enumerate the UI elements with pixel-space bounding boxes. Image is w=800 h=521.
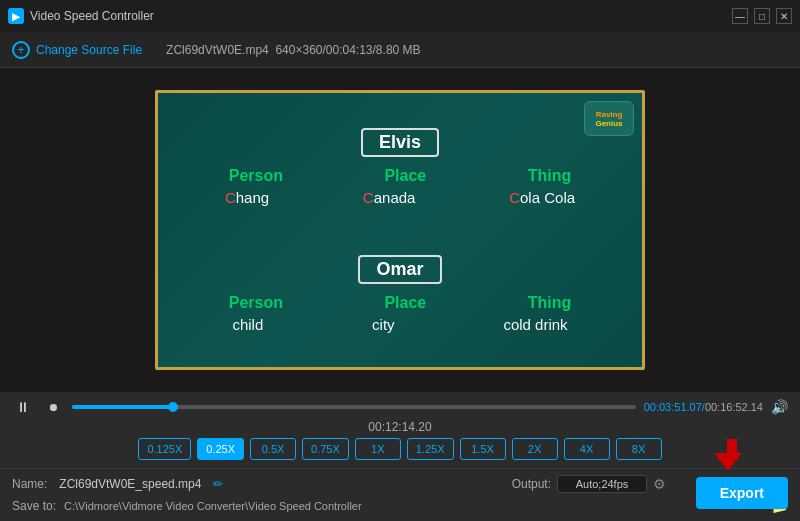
title-bar: ▶ Video Speed Controller — □ ✕ [0,0,800,32]
name-output-row: Name: ZCl69dVtW0E_speed.mp4 ✏ Output: Au… [12,475,788,493]
bottom-area: Name: ZCl69dVtW0E_speed.mp4 ✏ Output: Au… [0,468,800,521]
elvis-category-place: Place [384,167,426,185]
output-value: Auto;24fps [557,475,647,493]
omar-categories-row: Person Place Thing [178,294,622,312]
settings-icon[interactable]: ⚙ [653,476,666,492]
speed-8x-button[interactable]: 8X [616,438,662,460]
omar-answer-thing: cold drink [503,316,567,333]
video-container: Raving Genius Elvis Person Place Thing C… [0,68,800,392]
progress-bar[interactable] [72,405,636,409]
omar-answers-row: child city cold drink [178,316,622,333]
volume-icon[interactable]: 🔊 [771,399,788,415]
edit-icon[interactable]: ✏ [213,477,223,491]
speed-025x-button[interactable]: 0.25X [197,438,244,460]
omar-category-person: Person [229,294,283,312]
speed-125x-button[interactable]: 1.25X [407,438,454,460]
speed-0125x-button[interactable]: 0.125X [138,438,191,460]
speed-075x-button[interactable]: 0.75X [302,438,349,460]
output-box: Output: Auto;24fps ⚙ [512,475,666,493]
progress-thumb[interactable] [168,402,178,412]
controls-area: ⏸ ⏺ 00:03:51.07/00:16:52.14 🔊 00:12:14.2… [0,392,800,468]
omar-answer-place: city [372,316,395,333]
progress-fill [72,405,173,409]
speed-buttons-row: 0.125X 0.25X 0.5X 0.75X 1X 1.25X 1.5X 2X… [12,438,788,460]
close-button[interactable]: ✕ [776,8,792,24]
elvis-section: Elvis Person Place Thing Chang Canada Co… [178,128,622,206]
change-source-label: Change Source File [36,43,142,57]
raving-genius-logo: Raving Genius [584,101,634,136]
title-left: ▶ Video Speed Controller [8,8,154,24]
omar-category-thing: Thing [528,294,572,312]
elvis-answers-row: Chang Canada Cola Cola [178,189,622,206]
speed-15x-button[interactable]: 1.5X [460,438,506,460]
time-display: 00:03:51.07/00:16:52.14 [644,401,763,413]
video-frame: Raving Genius Elvis Person Place Thing C… [155,90,645,370]
progress-row: ⏸ ⏺ 00:03:51.07/00:16:52.14 🔊 [12,396,788,418]
title-controls: — □ ✕ [732,8,792,24]
elvis-answer-thing: Cola Cola [509,189,575,206]
stop-button[interactable]: ⏺ [42,396,64,418]
elvis-name-box: Elvis [361,128,439,157]
current-time: 00:03:51.07 [644,401,702,413]
add-icon: + [12,41,30,59]
output-label: Output: [512,477,551,491]
name-value: ZCl69dVtW0E_speed.mp4 [59,477,201,491]
play-pause-button[interactable]: ⏸ [12,396,34,418]
elvis-category-thing: Thing [528,167,572,185]
speed-2x-button[interactable]: 2X [512,438,558,460]
save-label: Save to: [12,499,56,513]
save-row: Save to: C:\Vidmore\Vidmore Video Conver… [12,497,788,515]
omar-section: Omar Person Place Thing child city cold … [178,255,622,333]
export-button[interactable]: Export [696,477,788,509]
speed-1x-button[interactable]: 1X [355,438,401,460]
maximize-button[interactable]: □ [754,8,770,24]
change-source-button[interactable]: + Change Source File [12,41,142,59]
name-label: Name: [12,477,47,491]
app-title: Video Speed Controller [30,9,154,23]
minimize-button[interactable]: — [732,8,748,24]
file-name: ZCl69dVtW0E.mp4 640×360/00:04:13/8.80 MB [166,43,421,57]
toolbar: + Change Source File ZCl69dVtW0E.mp4 640… [0,32,800,68]
elvis-answer-place: Canada [363,189,416,206]
omar-name-box: Omar [358,255,441,284]
export-arrow [721,439,742,475]
elvis-answer-person: Chang [225,189,269,206]
elvis-category-person: Person [229,167,283,185]
speed-05x-button[interactable]: 0.5X [250,438,296,460]
main-area: Raving Genius Elvis Person Place Thing C… [0,68,800,521]
total-time: 00:16:52.14 [705,401,763,413]
elvis-categories-row: Person Place Thing [178,167,622,185]
omar-category-place: Place [384,294,426,312]
save-path: C:\Vidmore\Vidmore Video Converter\Video… [64,500,724,512]
timestamp-display: 00:12:14.20 [12,420,788,434]
app-icon: ▶ [8,8,24,24]
speed-4x-button[interactable]: 4X [564,438,610,460]
video-content: Raving Genius Elvis Person Place Thing C… [158,93,642,367]
omar-answer-person: child [232,316,263,333]
